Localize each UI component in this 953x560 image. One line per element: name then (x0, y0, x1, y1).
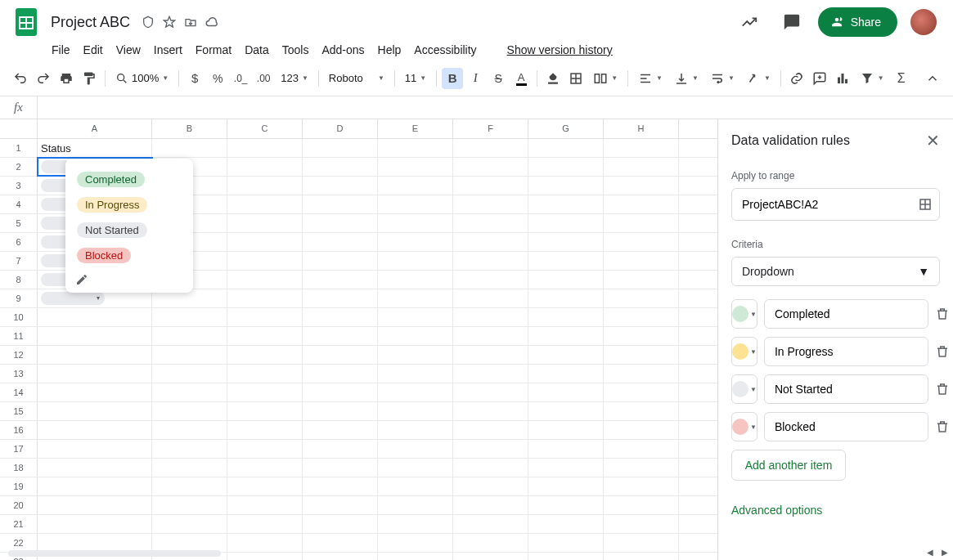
comment-button[interactable] (809, 68, 830, 89)
dropdown-option[interactable]: In Progress (65, 192, 193, 217)
cell-G7[interactable] (528, 252, 604, 270)
cell-D15[interactable] (303, 402, 378, 420)
menu-add-ons[interactable]: Add-ons (316, 42, 370, 58)
cell-G15[interactable] (528, 402, 604, 420)
col-header-A[interactable]: A (38, 119, 152, 138)
cell-E20[interactable] (378, 496, 453, 514)
cell-F4[interactable] (453, 195, 528, 213)
cell-H9[interactable] (604, 289, 679, 307)
cell-C9[interactable] (227, 289, 303, 307)
range-input[interactable] (742, 198, 918, 211)
row-header-17[interactable]: 17 (0, 440, 38, 458)
cell-B1[interactable] (152, 139, 227, 157)
cell-H16[interactable] (604, 421, 679, 439)
cell-A1[interactable]: Status (38, 139, 152, 157)
cell-E22[interactable] (378, 534, 453, 552)
cell-G3[interactable] (528, 177, 604, 195)
criteria-type-dropdown[interactable]: Dropdown ▼ (731, 257, 940, 286)
criteria-color-picker[interactable]: ▼ (731, 299, 757, 329)
cell-G8[interactable] (528, 271, 604, 289)
cell-H12[interactable] (604, 346, 679, 364)
cell-G23[interactable] (528, 553, 604, 560)
select-range-icon[interactable] (918, 197, 933, 212)
cell-G5[interactable] (528, 214, 604, 232)
cell-B20[interactable] (152, 496, 227, 514)
col-header-C[interactable]: C (227, 119, 303, 138)
currency-button[interactable]: $ (184, 68, 205, 89)
valign-dropdown[interactable]: ▼ (669, 68, 704, 89)
chart-button[interactable] (832, 68, 853, 89)
cell-D19[interactable] (303, 477, 378, 495)
cell-H14[interactable] (604, 383, 679, 401)
cell-F3[interactable] (453, 177, 528, 195)
paint-format-button[interactable] (79, 68, 100, 89)
advanced-options-link[interactable]: Advanced options (731, 504, 940, 517)
cell-C13[interactable] (227, 365, 303, 383)
row-header-11[interactable]: 11 (0, 327, 38, 345)
edit-dropdown-button[interactable] (65, 268, 193, 288)
criteria-value-input[interactable] (764, 299, 928, 329)
cell-H8[interactable] (604, 271, 679, 289)
sheet-next-button[interactable]: ▶ (938, 545, 951, 558)
cell-H5[interactable] (604, 214, 679, 232)
cell-C19[interactable] (227, 477, 303, 495)
row-header-22[interactable]: 22 (0, 534, 38, 552)
cell-F16[interactable] (453, 421, 528, 439)
cell-B11[interactable] (152, 327, 227, 345)
cell-G6[interactable] (528, 233, 604, 251)
cell-H7[interactable] (604, 252, 679, 270)
menu-data[interactable]: Data (239, 42, 275, 58)
spreadsheet-grid[interactable]: ABCDEFGH 1Status234567891011121314151617… (0, 119, 717, 560)
menu-help[interactable]: Help (372, 42, 407, 58)
cell-C1[interactable] (227, 139, 303, 157)
select-all-corner[interactable] (0, 119, 38, 138)
cell-E21[interactable] (378, 515, 453, 533)
sheets-logo[interactable] (10, 6, 43, 38)
doc-title[interactable]: Project ABC (46, 13, 135, 32)
halign-dropdown[interactable]: ▼ (633, 68, 668, 89)
cell-F22[interactable] (453, 534, 528, 552)
cell-F23[interactable] (453, 553, 528, 560)
italic-button[interactable]: I (465, 68, 486, 89)
menu-tools[interactable]: Tools (276, 42, 315, 58)
cell-G13[interactable] (528, 365, 604, 383)
formula-input[interactable] (38, 96, 953, 119)
cell-D5[interactable] (303, 214, 378, 232)
cell-B14[interactable] (152, 383, 227, 401)
cell-D18[interactable] (303, 459, 378, 477)
row-header-9[interactable]: 9 (0, 289, 38, 307)
cell-H15[interactable] (604, 402, 679, 420)
cell-E4[interactable] (378, 195, 453, 213)
cell-E13[interactable] (378, 365, 453, 383)
cell-F2[interactable] (453, 158, 528, 176)
cell-C12[interactable] (227, 346, 303, 364)
fontsize-dropdown[interactable]: 11▼ (400, 68, 431, 89)
cell-D1[interactable] (303, 139, 378, 157)
cell-H20[interactable] (604, 496, 679, 514)
comments-icon[interactable] (775, 6, 808, 38)
cell-F9[interactable] (453, 289, 528, 307)
horizontal-scrollbar[interactable] (8, 550, 221, 557)
cell-F21[interactable] (453, 515, 528, 533)
delete-criteria-button[interactable] (935, 382, 950, 396)
cell-C15[interactable] (227, 402, 303, 420)
row-header-4[interactable]: 4 (0, 195, 38, 213)
number-format-dropdown[interactable]: 123▼ (276, 68, 313, 89)
cell-C5[interactable] (227, 214, 303, 232)
cell-H4[interactable] (604, 195, 679, 213)
row-header-19[interactable]: 19 (0, 477, 38, 495)
cloud-icon[interactable] (204, 14, 220, 30)
cell-G2[interactable] (528, 158, 604, 176)
cell-C23[interactable] (227, 553, 303, 560)
close-panel-button[interactable]: ✕ (926, 131, 940, 150)
cell-F11[interactable] (453, 327, 528, 345)
col-header-D[interactable]: D (303, 119, 378, 138)
cell-G22[interactable] (528, 534, 604, 552)
cell-E23[interactable] (378, 553, 453, 560)
cell-E18[interactable] (378, 459, 453, 477)
cell-D3[interactable] (303, 177, 378, 195)
cell-A13[interactable] (38, 365, 152, 383)
row-header-15[interactable]: 15 (0, 402, 38, 420)
avatar[interactable] (910, 9, 937, 35)
delete-criteria-button[interactable] (935, 307, 950, 321)
